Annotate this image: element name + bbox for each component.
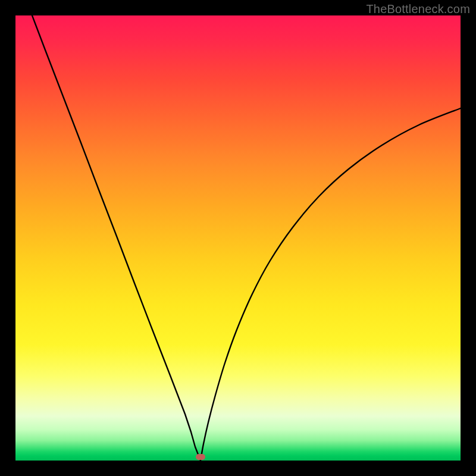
valley-marker [196, 454, 205, 460]
bottleneck-curve [15, 15, 461, 461]
chart-frame: TheBottleneck.com [0, 0, 476, 476]
plot-area [15, 15, 461, 461]
watermark-text: TheBottleneck.com [366, 2, 470, 16]
